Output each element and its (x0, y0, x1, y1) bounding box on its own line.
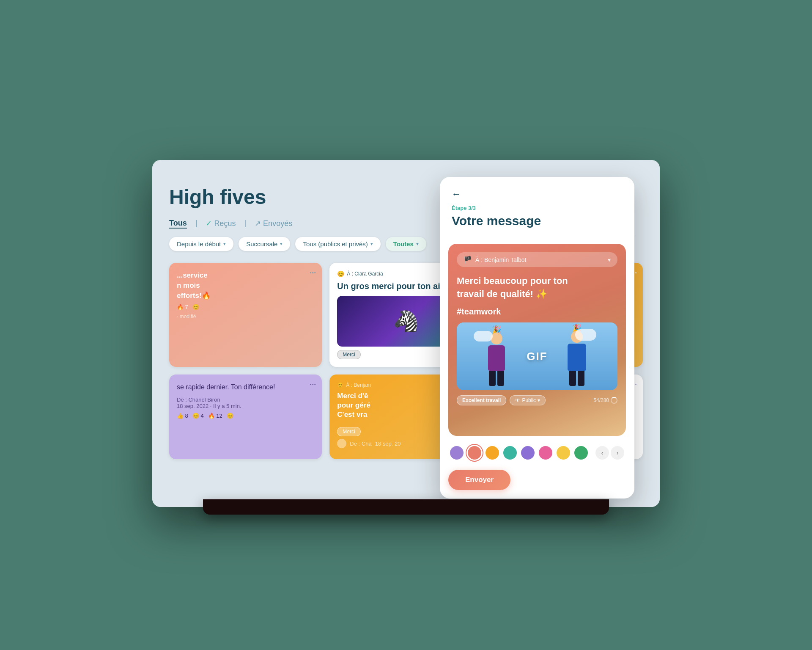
leg-left-l (489, 371, 496, 386)
gif-container[interactable]: 🎉 🎉 (457, 322, 617, 390)
step-indicator: Étape 3/3 (452, 205, 623, 211)
color-violet[interactable] (521, 446, 535, 460)
cloud-left (474, 331, 493, 342)
color-yellow[interactable] (557, 446, 570, 460)
compose-modal: ← Étape 3/3 Votre message 🏴 À : Benjamin… (440, 177, 634, 499)
card-1[interactable]: ··· ...servicen moisefforts!🔥 🔥 7 😊 · mo… (169, 263, 322, 367)
filter-date[interactable]: Depuis le début ▾ (169, 237, 233, 251)
color-palette: ‹ › (448, 443, 626, 463)
card-dots-1[interactable]: ··· (310, 269, 316, 278)
card-tag-2: Merci (337, 350, 360, 359)
filter-branch[interactable]: Succursale ▾ (239, 237, 290, 251)
modal-title: Votre message (452, 214, 623, 228)
leg-right-r (578, 371, 584, 386)
leg-left-r (497, 371, 504, 386)
message-hashtag: #teamwork (457, 307, 617, 317)
body-right (568, 344, 586, 371)
legs-right (569, 371, 584, 386)
tab-envoyes[interactable]: ↗ Envoyés (255, 219, 292, 229)
palette-nav: ‹ › (595, 446, 624, 460)
card-tag-5: Merci (337, 427, 360, 436)
cloud-right (575, 329, 596, 341)
message-to-bar[interactable]: 🏴 À : Benjamin Talbot ▾ (457, 252, 617, 267)
modal-body: 🏴 À : Benjamin Talbot ▾ Merci beaucoup p… (440, 235, 634, 499)
card-dots-4[interactable]: ··· (310, 380, 316, 389)
device-bottom-bar (203, 499, 609, 515)
palette-next-button[interactable]: › (611, 446, 624, 460)
tab-recus[interactable]: ✓ Reçus (206, 219, 236, 229)
char-count-loader (611, 397, 617, 404)
message-to-label: À : Benjamin Talbot (475, 256, 526, 263)
tag-excellent[interactable]: Excellent travail (457, 395, 506, 405)
device-shell: High fives Tous | ✓ Reçus | ↗ Envoyés De… (152, 160, 660, 507)
message-footer-tags: Excellent travail 👁 Public ▾ (457, 395, 546, 405)
public-chevron-icon: ▾ (538, 397, 540, 403)
back-button[interactable]: ← (452, 189, 461, 200)
message-footer-bar: Excellent travail 👁 Public ▾ 54/280 (457, 395, 617, 405)
color-pink[interactable] (539, 446, 552, 460)
gif-label: GIF (527, 350, 547, 363)
tab-tous[interactable]: Tous (169, 219, 187, 229)
palette-prev-button[interactable]: ‹ (595, 446, 609, 460)
color-green[interactable] (574, 446, 588, 460)
device-screen: High fives Tous | ✓ Reçus | ↗ Envoyés De… (152, 160, 660, 507)
eye-icon: 👁 (515, 397, 520, 403)
color-teal[interactable] (503, 446, 517, 460)
color-purple[interactable] (450, 446, 464, 460)
filter-all[interactable]: Toutes ▾ (386, 237, 426, 251)
send-button[interactable]: Envoyer (448, 470, 510, 490)
to-bar-chevron-icon: ▾ (608, 256, 611, 263)
color-orange[interactable] (486, 446, 499, 460)
body-left (488, 345, 505, 371)
flag-icon: 🏴 (464, 256, 472, 264)
message-card: 🏴 À : Benjamin Talbot ▾ Merci beaucoup p… (448, 244, 626, 436)
color-salmon[interactable] (468, 446, 481, 460)
legs-left (489, 371, 504, 386)
filter-visibility[interactable]: Tous (publics et privés) ▾ (295, 237, 380, 251)
message-to-bar-content: 🏴 À : Benjamin Talbot (464, 256, 526, 264)
modal-header: ← Étape 3/3 Votre message (440, 177, 634, 235)
card-4[interactable]: ··· se rapide dernier. Ton différence! D… (169, 375, 322, 459)
tag-public-button[interactable]: 👁 Public ▾ (510, 395, 546, 405)
leg-right-l (569, 371, 576, 386)
char-count: 54/280 (593, 397, 617, 404)
message-text: Merci beaucoup pour ton travail de quali… (457, 275, 617, 301)
